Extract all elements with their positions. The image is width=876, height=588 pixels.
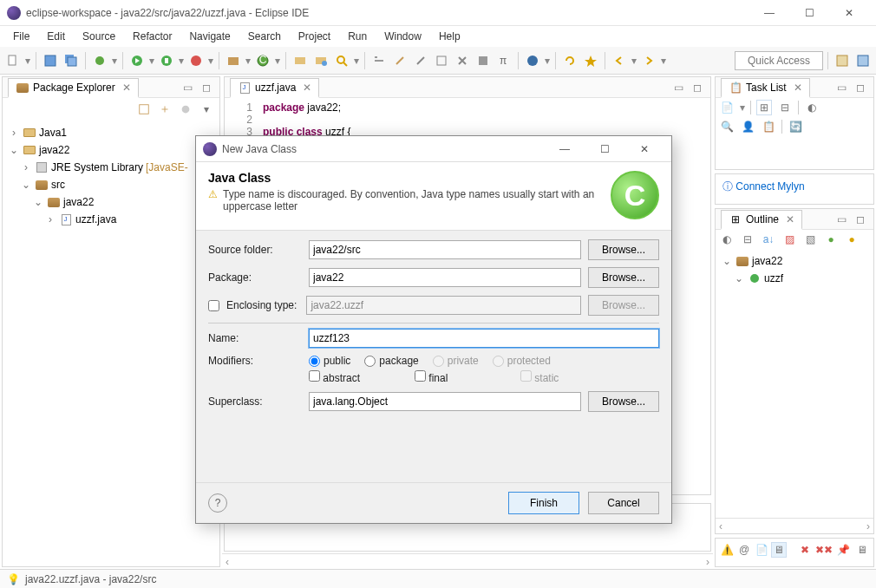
maximize-view-icon[interactable]: ◻ xyxy=(853,212,868,227)
outline-tab[interactable]: ⊞ Outline ✕ xyxy=(721,210,802,230)
open-type-icon[interactable] xyxy=(291,51,310,70)
display-icon[interactable]: 🖥 xyxy=(854,542,870,558)
dropdown-icon[interactable]: ▾ xyxy=(353,51,360,70)
debug-icon[interactable] xyxy=(90,51,109,70)
modifier-public-radio[interactable] xyxy=(309,356,320,367)
browse-superclass-button[interactable]: Browse... xyxy=(588,391,659,412)
link-icon[interactable]: ⊟ xyxy=(740,232,755,247)
categorize-icon[interactable]: ⊟ xyxy=(777,100,793,115)
quick-access[interactable]: Quick Access xyxy=(735,51,823,70)
new-task-icon[interactable]: 📄 xyxy=(719,100,735,115)
menu-run[interactable]: Run xyxy=(340,28,375,45)
browse-source-button[interactable]: Browse... xyxy=(588,239,659,260)
tree-src-folder[interactable]: ⌄src xyxy=(3,176,219,193)
search-icon[interactable] xyxy=(332,51,351,70)
modifier-package-radio[interactable] xyxy=(364,356,376,367)
menu-window[interactable]: Window xyxy=(376,28,429,45)
connect-mylyn-link[interactable]: Connect Mylyn xyxy=(735,180,804,193)
pi-icon[interactable]: π xyxy=(494,51,513,70)
focus-icon[interactable]: ◐ xyxy=(719,232,735,247)
menu-source[interactable]: Source xyxy=(75,28,123,45)
dropdown-icon[interactable]: ▾ xyxy=(245,51,252,70)
link-editor-icon[interactable] xyxy=(157,101,173,117)
minimize-view-icon[interactable]: ▭ xyxy=(834,212,849,227)
close-button[interactable]: ✕ xyxy=(624,136,664,162)
x-icon[interactable] xyxy=(453,51,472,70)
horizontal-scrollbar[interactable]: ‹› xyxy=(222,553,713,569)
dropdown-icon[interactable]: ▾ xyxy=(24,51,31,70)
person-icon[interactable]: 👤 xyxy=(740,119,755,134)
remove-all-icon[interactable]: ✖✖ xyxy=(816,542,832,558)
editor-tab-uzzf[interactable]: uzzf.java ✕ xyxy=(230,78,319,98)
name-input[interactable] xyxy=(309,329,659,348)
pencil-icon[interactable] xyxy=(411,51,430,70)
focus-icon[interactable]: ◐ xyxy=(804,100,820,115)
browse-package-button[interactable]: Browse... xyxy=(588,267,659,288)
close-icon[interactable]: ✕ xyxy=(122,82,131,94)
close-button[interactable]: ✕ xyxy=(829,0,869,26)
remove-launch-icon[interactable]: ✖ xyxy=(797,542,813,558)
source-folder-input[interactable] xyxy=(309,240,581,259)
collapse-all-icon[interactable] xyxy=(136,101,152,117)
dropdown-icon[interactable]: ▾ xyxy=(660,51,667,70)
search-task-icon[interactable]: 🔍 xyxy=(719,119,735,134)
minimize-view-icon[interactable]: ▭ xyxy=(834,80,849,95)
new-package-icon[interactable] xyxy=(224,51,243,70)
wand-icon[interactable] xyxy=(390,51,409,70)
outline-item-package[interactable]: ⌄java22 xyxy=(716,252,873,270)
pin-icon[interactable]: 📌 xyxy=(835,542,851,558)
rect-icon[interactable] xyxy=(432,51,451,70)
minimize-view-icon[interactable]: ▭ xyxy=(180,80,195,95)
horizontal-scrollbar[interactable]: ‹› xyxy=(716,518,873,533)
finish-button[interactable]: Finish xyxy=(508,492,579,514)
package-input[interactable] xyxy=(309,268,581,287)
dropdown-icon[interactable]: ▾ xyxy=(178,51,185,70)
toggle-comment-icon[interactable] xyxy=(369,51,389,70)
perspective-jee-icon[interactable] xyxy=(853,51,873,70)
maximize-view-icon[interactable]: ◻ xyxy=(690,80,705,95)
fav-icon[interactable] xyxy=(581,51,600,70)
dropdown-icon[interactable]: ▾ xyxy=(111,51,118,70)
block-icon[interactable] xyxy=(474,51,493,70)
minimize-view-icon[interactable]: ▭ xyxy=(670,80,686,95)
console-tab-icon[interactable]: 🖥 xyxy=(771,542,787,558)
menu-edit[interactable]: Edit xyxy=(39,28,73,45)
help-button[interactable]: ? xyxy=(208,493,227,513)
sort-icon[interactable]: a↓ xyxy=(761,232,776,247)
ext-tools-icon[interactable] xyxy=(186,51,206,70)
minimize-button[interactable]: — xyxy=(545,136,585,162)
hide-nonpublic-icon[interactable]: ● xyxy=(823,232,839,247)
filter-icon[interactable] xyxy=(178,101,193,117)
refresh-icon[interactable] xyxy=(560,51,579,70)
new-icon[interactable] xyxy=(3,51,23,70)
new-class-icon[interactable]: C xyxy=(253,51,272,70)
save-icon[interactable] xyxy=(41,51,60,70)
dropdown-icon[interactable]: ▾ xyxy=(148,51,155,70)
menu-search[interactable]: Search xyxy=(240,28,289,45)
perspective-java-icon[interactable] xyxy=(833,51,852,70)
back-icon[interactable] xyxy=(610,51,629,70)
menu-file[interactable]: File xyxy=(5,28,37,45)
coverage-icon[interactable] xyxy=(157,51,176,70)
outline-item-class[interactable]: ⌄uzzf xyxy=(716,270,873,287)
tree-project-java22[interactable]: ⌄java22 xyxy=(3,141,219,159)
hide-local-icon[interactable]: ● xyxy=(844,232,860,247)
tree-jre-library[interactable]: ›JRE System Library [JavaSE- xyxy=(3,159,219,176)
dropdown-icon[interactable]: ▾ xyxy=(207,51,214,70)
maximize-view-icon[interactable]: ◻ xyxy=(199,80,214,95)
menu-project[interactable]: Project xyxy=(291,28,338,45)
maximize-button[interactable]: ☐ xyxy=(585,136,624,162)
view-menu-icon[interactable]: ▾ xyxy=(199,101,214,117)
dropdown-icon[interactable]: ▾ xyxy=(544,51,551,70)
javadoc-tab-icon[interactable]: @ xyxy=(736,542,752,558)
cancel-button[interactable]: Cancel xyxy=(588,492,659,514)
modifier-abstract-checkbox[interactable] xyxy=(309,370,320,382)
hide-fields-icon[interactable]: ▨ xyxy=(781,232,797,247)
sync-icon[interactable]: 🔄 xyxy=(788,119,803,134)
tree-project-java1[interactable]: ›Java1 xyxy=(3,124,219,141)
close-icon[interactable]: ✕ xyxy=(794,82,802,94)
package-explorer-tab[interactable]: Package Explorer ✕ xyxy=(8,78,139,98)
tree-package-java22[interactable]: ⌄java22 xyxy=(3,193,219,211)
forward-icon[interactable] xyxy=(639,51,658,70)
menu-navigate[interactable]: Navigate xyxy=(181,28,238,45)
